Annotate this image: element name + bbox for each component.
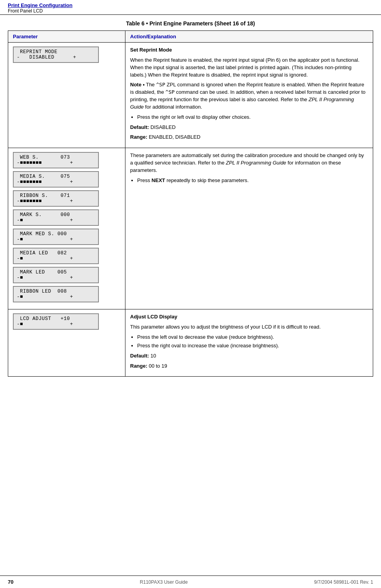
lcd-line2: -■ + — [17, 237, 95, 242]
default-value: Default: 10 — [130, 352, 368, 360]
lcd-webs: WEB S. 073 -■■■■■■■ + — [13, 152, 99, 168]
lcd-ribbonled: RIBBON LED 008 -■ + — [13, 286, 99, 302]
action-bullets: Press the right or left oval to display … — [137, 114, 368, 121]
lcd-line1: MEDIA S. 075 — [17, 174, 95, 179]
footer-page-number: 70 — [8, 579, 13, 585]
lcd-line1: RIBBON LED 008 — [17, 289, 95, 294]
table-row: REPRINT MODE - DISABLED + Set Reprint Mo… — [8, 43, 373, 148]
action-body: These parameters are automatically set d… — [130, 152, 368, 174]
lcd-line1: MEDIA LED 082 — [17, 250, 95, 256]
note-text: Note • The ^SP ZPL command is ignored wh… — [130, 81, 368, 111]
lcd-line2: -■■■■■■■ + — [17, 198, 95, 204]
action-cell-reprint: Set Reprint Mode When the Reprint featur… — [125, 43, 373, 148]
bullet-item: Press NEXT repeatedly to skip these para… — [137, 177, 368, 184]
lcd-line1: REPRINT MODE — [17, 49, 95, 55]
table-row: LCD ADJUST +10 -■ + Adjust LCD Display T… — [8, 309, 373, 377]
lcd-reprint: REPRINT MODE - DISABLED + — [13, 46, 99, 63]
lcd-markmeds: MARK MED S. 000 -■ + — [13, 229, 99, 245]
lcd-line2: -■ + — [17, 294, 95, 300]
lcd-line2: -■ + — [17, 218, 95, 223]
action-cell-calibration: These parameters are automatically set d… — [125, 148, 373, 309]
lcd-line1: RIBBON S. 071 — [17, 193, 95, 198]
footer-center: R110PAX3 User Guide — [140, 579, 188, 585]
action-cell-lcdadjust: Adjust LCD Display This parameter allows… — [125, 309, 373, 377]
lcd-line2: -■■■■■■■ + — [17, 179, 95, 185]
default-value: Default: DISABLED — [130, 124, 368, 131]
param-cell-lcdadjust: LCD ADJUST +10 -■ + — [8, 309, 125, 377]
lcd-line1: MARK S. 000 — [17, 212, 95, 218]
lcd-line2: -■ + — [17, 275, 95, 281]
lcd-markled: MARK LED 005 -■ + — [13, 267, 99, 283]
lcd-line1: MARK LED 005 — [17, 270, 95, 275]
lcd-marks: MARK S. 000 -■ + — [13, 209, 99, 226]
footer-right: 9/7/2004 58981L-001 Rev. 1 — [314, 579, 373, 585]
action-body: When the Reprint feature is enabled, the… — [130, 57, 368, 79]
bullet-item: Press the right oval to increase the val… — [137, 342, 368, 350]
lcd-ribbons: RIBBON S. 071 -■■■■■■■ + — [13, 190, 99, 207]
lcd-line2: -■ + — [17, 322, 95, 327]
action-bullets: Press the left oval to decrease the valu… — [137, 334, 368, 350]
lcd-line2: -■■■■■■■ + — [17, 160, 95, 166]
bullet-item: Press the left oval to decrease the valu… — [137, 334, 368, 341]
column-header-param: Parameter — [8, 31, 125, 43]
param-cell-calibration: WEB S. 073 -■■■■■■■ + MEDIA S. 075 -■■■■… — [8, 148, 125, 309]
action-body: This parameter allows you to adjust the … — [130, 323, 368, 331]
range-value: Range: 00 to 19 — [130, 363, 368, 370]
action-heading: Adjust LCD Display — [130, 313, 368, 321]
range-value: Range: ENABLED, DISABLED — [130, 134, 368, 141]
page-header: Print Engine Configuration Front Panel L… — [0, 0, 381, 15]
lcd-line2: - DISABLED + — [17, 55, 95, 60]
action-heading: Set Reprint Mode — [130, 46, 368, 54]
bullet-item: Press the right or left oval to display … — [137, 114, 368, 121]
column-header-action: Action/Explanation — [125, 31, 373, 43]
lcd-medias: MEDIA S. 075 -■■■■■■■ + — [13, 171, 99, 188]
lcd-line1: LCD ADJUST +10 — [17, 316, 95, 322]
parameters-table: Parameter Action/Explanation REPRINT MOD… — [8, 30, 373, 377]
page-footer: 70 R110PAX3 User Guide 9/7/2004 58981L-0… — [0, 575, 381, 588]
lcd-medialed: MEDIA LED 082 -■ + — [13, 248, 99, 264]
page-subtitle: Front Panel LCD — [8, 8, 373, 14]
lcd-line1: MARK MED S. 000 — [17, 231, 95, 237]
page-title: Print Engine Configuration — [8, 2, 373, 8]
lcd-line1: WEB S. 073 — [17, 155, 95, 160]
table-row: WEB S. 073 -■■■■■■■ + MEDIA S. 075 -■■■■… — [8, 148, 373, 309]
action-bullets: Press NEXT repeatedly to skip these para… — [137, 177, 368, 184]
lcd-lcdadjust: LCD ADJUST +10 -■ + — [13, 313, 99, 330]
lcd-line2: -■ + — [17, 256, 95, 261]
param-cell-reprint: REPRINT MODE - DISABLED + — [8, 43, 125, 148]
table-title: Table 6 • Print Engine Parameters (Sheet… — [0, 15, 381, 30]
